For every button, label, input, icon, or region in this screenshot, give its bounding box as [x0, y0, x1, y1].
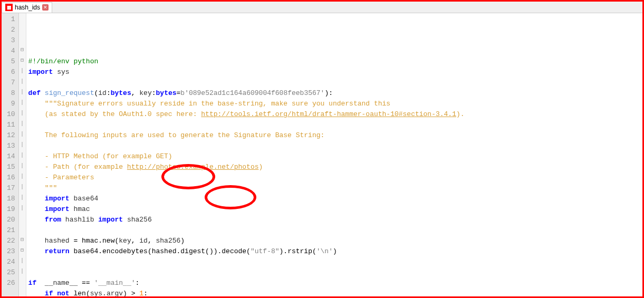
line-number: 15	[7, 162, 15, 172]
line-number: 22	[7, 236, 15, 246]
fold-marker	[19, 13, 26, 24]
tab-hash-ids[interactable]: ▦ hash_ids ✕	[2, 2, 52, 13]
code-line: hashed = hmac.new(key, id, sha256)	[28, 236, 640, 246]
line-number: 10	[7, 109, 15, 120]
fold-marker	[19, 277, 26, 287]
fold-marker: |	[19, 98, 26, 108]
fold-marker: |	[19, 66, 26, 76]
editor: 1234567891011121314151617181920212223242…	[2, 13, 642, 296]
code-line	[28, 120, 640, 130]
code-line: if not len(sys.argv) > 1:	[28, 289, 640, 298]
code-line: The following inputs are used to generat…	[28, 130, 640, 141]
line-number: 11	[7, 120, 15, 130]
line-number: 20	[7, 215, 15, 225]
line-number: 2	[7, 25, 15, 35]
tab-bar: ▦ hash_ids ✕	[2, 2, 642, 13]
fold-marker: |	[19, 182, 26, 193]
fold-marker[interactable]: ⊟	[19, 55, 26, 66]
line-number: 8	[7, 88, 15, 99]
fold-marker: |	[19, 203, 26, 214]
line-number: 24	[7, 257, 15, 267]
line-number: 7	[7, 78, 15, 88]
fold-marker: |	[19, 266, 26, 277]
line-number: 6	[7, 67, 15, 78]
code-area[interactable]: #!/bin/env pythonimport sys def sign_req…	[26, 13, 642, 296]
line-number: 18	[7, 194, 15, 204]
fold-marker: |	[19, 161, 26, 171]
line-number: 19	[7, 204, 15, 215]
fold-marker: |	[19, 108, 26, 119]
line-number: 23	[7, 246, 15, 257]
fold-marker	[19, 224, 26, 235]
fold-column: ⊟⊟||||||||||||||⊟⊟||	[19, 13, 26, 296]
tab-title: hash_ids	[15, 4, 40, 11]
code-line: def sign_request(id:bytes, key:bytes=b'0…	[28, 88, 640, 99]
fold-marker: |	[19, 76, 26, 87]
fold-marker	[19, 24, 26, 34]
fold-marker: |	[19, 150, 26, 161]
line-number: 9	[7, 99, 15, 109]
code-line: import sys	[28, 67, 640, 78]
line-gutter: 1234567891011121314151617181920212223242…	[2, 13, 19, 296]
fold-marker: |	[19, 171, 26, 182]
fold-marker: |	[19, 140, 26, 150]
line-number: 25	[7, 267, 15, 278]
fold-marker	[19, 214, 26, 224]
fold-marker: |	[19, 129, 26, 140]
code-line: - Parameters	[28, 172, 640, 183]
line-number: 12	[7, 130, 15, 141]
code-line: """	[28, 183, 640, 194]
code-line: """Signature errors usually reside in th…	[28, 99, 640, 109]
line-number: 1	[7, 14, 15, 25]
fold-marker: |	[19, 193, 26, 203]
file-icon: ▦	[5, 4, 13, 11]
code-line	[28, 141, 640, 151]
code-line: from hashlib import sha256	[28, 215, 640, 225]
code-line: - HTTP Method (for example GET)	[28, 151, 640, 162]
code-line: import hmac	[28, 204, 640, 215]
fold-marker: |	[19, 119, 26, 129]
fold-marker[interactable]: ⊟	[19, 45, 26, 55]
fold-marker[interactable]: ⊟	[19, 245, 26, 256]
line-number: 21	[7, 225, 15, 236]
fold-marker[interactable]: ⊟	[19, 235, 26, 245]
code-line: (as stated by the OAuth1.0 spec here: ht…	[28, 109, 640, 120]
line-number: 17	[7, 183, 15, 194]
line-number: 14	[7, 151, 15, 162]
code-line: import base64	[28, 194, 640, 204]
code-line: if __name__ == '__main__':	[28, 278, 640, 289]
code-line: return base64.encodebytes(hashed.digest(…	[28, 246, 640, 257]
code-line: #!/bin/env python	[28, 56, 640, 67]
line-number: 3	[7, 35, 15, 46]
line-number: 26	[7, 278, 15, 289]
fold-marker	[19, 34, 26, 45]
code-line	[28, 257, 640, 267]
line-number: 4	[7, 46, 15, 56]
code-line	[28, 225, 640, 236]
code-line	[28, 267, 640, 278]
line-number: 16	[7, 172, 15, 183]
line-number: 5	[7, 56, 15, 67]
line-number: 13	[7, 141, 15, 151]
fold-marker: |	[19, 256, 26, 266]
fold-marker: |	[19, 87, 26, 98]
code-line	[28, 78, 640, 88]
code-line: - Path (for example http://photos.exampl…	[28, 162, 640, 172]
close-icon[interactable]: ✕	[42, 4, 49, 11]
